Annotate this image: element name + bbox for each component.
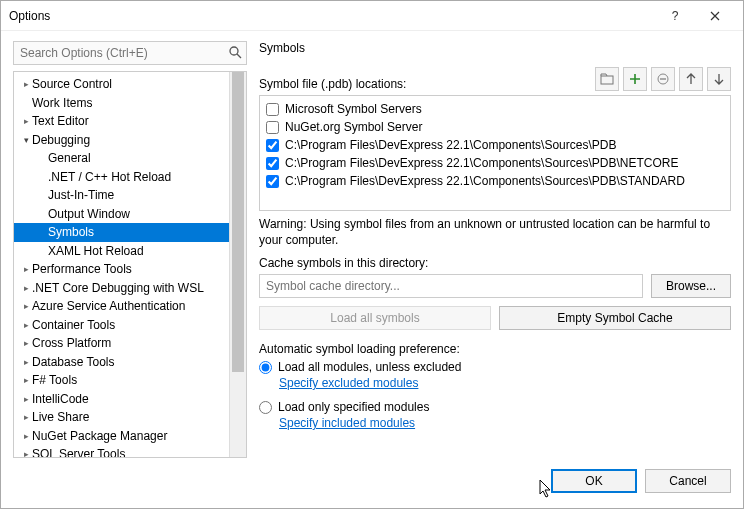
tree-item-label: Output Window [48, 207, 130, 221]
cancel-button[interactable]: Cancel [645, 469, 731, 493]
tree-item[interactable]: ▸Cross Platform [14, 334, 229, 353]
locations-listbox[interactable]: Microsoft Symbol ServersNuGet.org Symbol… [259, 95, 731, 211]
radio-load-all-label: Load all modules, unless excluded [278, 360, 461, 374]
chevron-right-icon: ▸ [20, 449, 32, 457]
tree-item[interactable]: Just-In-Time [14, 186, 229, 205]
location-row[interactable]: C:\Program Files\DevExpress 22.1\Compone… [266, 172, 724, 190]
load-all-symbols-button[interactable]: Load all symbols [259, 306, 491, 330]
cache-label: Cache symbols in this directory: [259, 256, 731, 270]
tree-item-label: General [48, 151, 91, 165]
left-pane: ▸Source ControlWork Items▸Text Editor▾De… [13, 41, 247, 458]
tree-item[interactable]: ▸Azure Service Authentication [14, 297, 229, 316]
tree-item[interactable]: ▸SQL Server Tools [14, 445, 229, 457]
tree-item[interactable]: XAML Hot Reload [14, 242, 229, 261]
tree-item[interactable]: ▸.NET Core Debugging with WSL [14, 279, 229, 298]
help-button[interactable]: ? [655, 2, 695, 30]
specify-included-link[interactable]: Specify included modules [279, 416, 731, 430]
new-folder-button[interactable] [595, 67, 619, 91]
location-label: C:\Program Files\DevExpress 22.1\Compone… [285, 156, 678, 170]
remove-button[interactable] [651, 67, 675, 91]
radio-load-all-input[interactable] [259, 361, 272, 374]
tree-item[interactable]: Output Window [14, 205, 229, 224]
tree-item[interactable]: ▸Text Editor [14, 112, 229, 131]
tree-item-label: XAML Hot Reload [48, 244, 144, 258]
tree-item[interactable]: ▸NuGet Package Manager [14, 427, 229, 446]
chevron-right-icon: ▸ [20, 283, 32, 293]
location-row[interactable]: NuGet.org Symbol Server [266, 118, 724, 136]
tree-item-label: Live Share [32, 410, 89, 424]
chevron-right-icon: ▸ [20, 412, 32, 422]
search-input[interactable] [13, 41, 247, 65]
tree-item[interactable]: ▸Source Control [14, 75, 229, 94]
specify-excluded-link[interactable]: Specify excluded modules [279, 376, 731, 390]
svg-rect-1 [601, 76, 613, 84]
tree-item[interactable]: ▸Live Share [14, 408, 229, 427]
chevron-down-icon: ▾ [20, 135, 32, 145]
radio-load-all[interactable]: Load all modules, unless excluded [259, 360, 731, 374]
radio-load-specified[interactable]: Load only specified modules [259, 400, 731, 414]
warning-text: Warning: Using symbol files from an unkn… [259, 217, 731, 248]
location-checkbox[interactable] [266, 121, 279, 134]
tree-item-label: Performance Tools [32, 262, 132, 276]
chevron-right-icon: ▸ [20, 394, 32, 404]
tree-item[interactable]: Work Items [14, 94, 229, 113]
location-label: Microsoft Symbol Servers [285, 102, 422, 116]
tree-item-label: .NET / C++ Hot Reload [48, 170, 171, 184]
location-row[interactable]: C:\Program Files\DevExpress 22.1\Compone… [266, 154, 724, 172]
tree-item-label: Symbols [48, 225, 94, 239]
chevron-right-icon: ▸ [20, 116, 32, 126]
tree-item-label: Debugging [32, 133, 90, 147]
tree-item[interactable]: .NET / C++ Hot Reload [14, 168, 229, 187]
location-label: C:\Program Files\DevExpress 22.1\Compone… [285, 138, 616, 152]
auto-preference-label: Automatic symbol loading preference: [259, 342, 731, 356]
tree-item-label: IntelliCode [32, 392, 89, 406]
location-checkbox[interactable] [266, 103, 279, 116]
chevron-right-icon: ▸ [20, 338, 32, 348]
tree-item[interactable]: ▸Container Tools [14, 316, 229, 335]
move-up-button[interactable] [679, 67, 703, 91]
window-title: Options [9, 9, 655, 23]
svg-point-0 [230, 47, 238, 55]
tree-item[interactable]: General [14, 149, 229, 168]
location-row[interactable]: C:\Program Files\DevExpress 22.1\Compone… [266, 136, 724, 154]
plus-icon [629, 73, 641, 85]
locations-label: Symbol file (.pdb) locations: [259, 77, 591, 91]
scrollbar-thumb[interactable] [232, 72, 244, 372]
scrollbar[interactable] [229, 72, 246, 457]
tree-item-label: Azure Service Authentication [32, 299, 185, 313]
chevron-right-icon: ▸ [20, 301, 32, 311]
tree-item[interactable]: Symbols [14, 223, 229, 242]
chevron-right-icon: ▸ [20, 375, 32, 385]
close-button[interactable] [695, 2, 735, 30]
add-button[interactable] [623, 67, 647, 91]
search-icon[interactable] [228, 45, 242, 59]
radio-load-specified-label: Load only specified modules [278, 400, 429, 414]
location-checkbox[interactable] [266, 175, 279, 188]
chevron-right-icon: ▸ [20, 264, 32, 274]
tree-item[interactable]: ▸Database Tools [14, 353, 229, 372]
empty-cache-button[interactable]: Empty Symbol Cache [499, 306, 731, 330]
panel-heading: Symbols [259, 41, 731, 55]
location-checkbox[interactable] [266, 157, 279, 170]
arrow-down-icon [714, 73, 724, 85]
chevron-right-icon: ▸ [20, 357, 32, 367]
location-row[interactable]: Microsoft Symbol Servers [266, 100, 724, 118]
tree-item-label: Cross Platform [32, 336, 111, 350]
radio-load-specified-input[interactable] [259, 401, 272, 414]
cache-directory-input[interactable] [259, 274, 643, 298]
tree-item-label: Text Editor [32, 114, 89, 128]
tree-item-label: Source Control [32, 77, 112, 91]
dialog-footer: OK Cancel [1, 464, 743, 508]
tree-item-label: SQL Server Tools [32, 447, 125, 457]
ok-button[interactable]: OK [551, 469, 637, 493]
options-tree[interactable]: ▸Source ControlWork Items▸Text Editor▾De… [14, 72, 229, 457]
tree-item[interactable]: ▸Performance Tools [14, 260, 229, 279]
tree-item[interactable]: ▸F# Tools [14, 371, 229, 390]
tree-item[interactable]: ▾Debugging [14, 131, 229, 150]
browse-button[interactable]: Browse... [651, 274, 731, 298]
location-checkbox[interactable] [266, 139, 279, 152]
tree-item[interactable]: ▸IntelliCode [14, 390, 229, 409]
move-down-button[interactable] [707, 67, 731, 91]
arrow-up-icon [686, 73, 696, 85]
tree-item-label: Just-In-Time [48, 188, 114, 202]
